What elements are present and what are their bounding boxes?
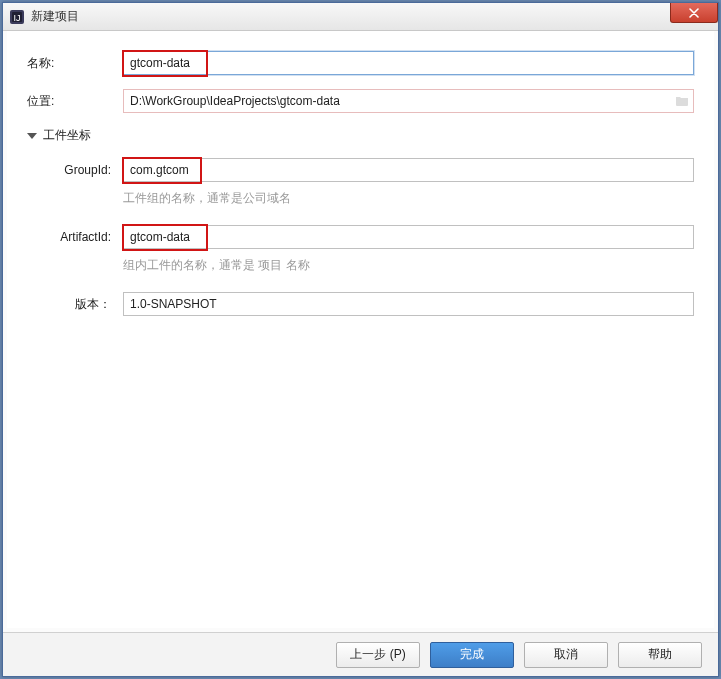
groupid-hint: 工件组的名称，通常是公司域名 [123,190,694,207]
close-button[interactable] [670,3,718,23]
folder-icon[interactable] [674,93,690,109]
app-icon: IJ [9,9,25,25]
groupid-label: GroupId: [47,163,123,177]
window-title: 新建项目 [31,8,79,25]
svg-text:IJ: IJ [13,13,20,23]
chevron-down-icon[interactable] [27,133,37,139]
artifact-section-title: 工件坐标 [43,127,91,144]
name-label: 名称: [27,55,123,72]
finish-button[interactable]: 完成 [430,642,514,668]
dialog-footer: 上一步 (P) 完成 取消 帮助 [3,632,718,676]
name-input[interactable] [123,51,694,75]
location-label: 位置: [27,93,123,110]
new-project-dialog: IJ 新建项目 名称: 位置: [2,2,719,677]
artifact-section: GroupId: 工件组的名称，通常是公司域名 ArtifactId: 组内工件… [27,158,694,316]
titlebar: IJ 新建项目 [3,3,718,31]
version-input[interactable] [123,292,694,316]
location-input[interactable] [123,89,694,113]
groupid-input[interactable] [123,158,694,182]
help-button[interactable]: 帮助 [618,642,702,668]
artifact-section-header: 工件坐标 [27,127,694,144]
dialog-content: 名称: 位置: 工件坐标 GroupId: [3,31,718,632]
artifactid-input[interactable] [123,225,694,249]
version-label: 版本： [47,296,123,313]
previous-button[interactable]: 上一步 (P) [336,642,420,668]
artifactid-label: ArtifactId: [47,230,123,244]
cancel-button[interactable]: 取消 [524,642,608,668]
artifactid-hint: 组内工件的名称，通常是 项目 名称 [123,257,694,274]
